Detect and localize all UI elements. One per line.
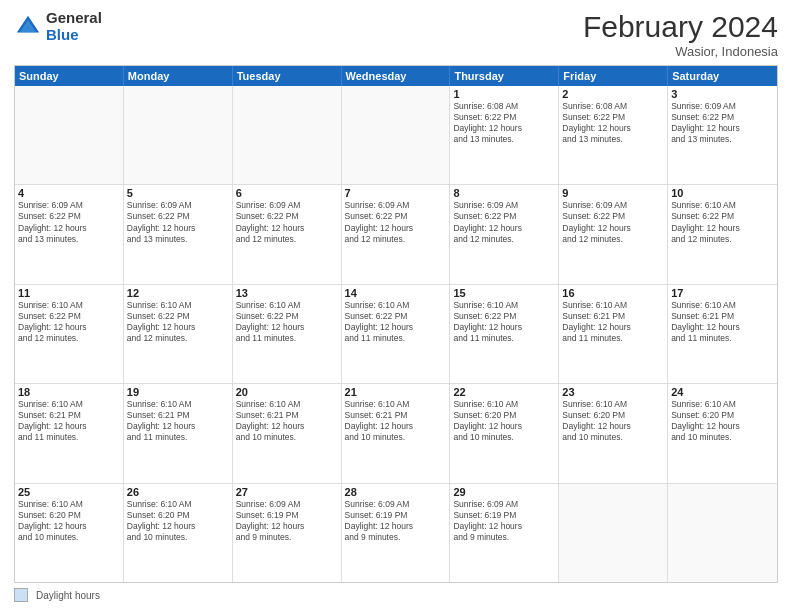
day-cell-5: 5Sunrise: 6:09 AM Sunset: 6:22 PM Daylig…	[124, 185, 233, 283]
day-info: Sunrise: 6:10 AM Sunset: 6:22 PM Dayligh…	[345, 300, 447, 344]
day-info: Sunrise: 6:10 AM Sunset: 6:22 PM Dayligh…	[18, 300, 120, 344]
day-cell-6: 6Sunrise: 6:09 AM Sunset: 6:22 PM Daylig…	[233, 185, 342, 283]
day-info: Sunrise: 6:10 AM Sunset: 6:22 PM Dayligh…	[453, 300, 555, 344]
empty-cell-0-0	[15, 86, 124, 184]
day-cell-2: 2Sunrise: 6:08 AM Sunset: 6:22 PM Daylig…	[559, 86, 668, 184]
day-number: 5	[127, 187, 229, 199]
day-info: Sunrise: 6:10 AM Sunset: 6:21 PM Dayligh…	[236, 399, 338, 443]
legend-label: Daylight hours	[36, 590, 100, 601]
day-info: Sunrise: 6:09 AM Sunset: 6:19 PM Dayligh…	[345, 499, 447, 543]
day-number: 13	[236, 287, 338, 299]
day-cell-22: 22Sunrise: 6:10 AM Sunset: 6:20 PM Dayli…	[450, 384, 559, 482]
day-cell-26: 26Sunrise: 6:10 AM Sunset: 6:20 PM Dayli…	[124, 484, 233, 582]
logo: General Blue	[14, 10, 102, 43]
logo-icon	[14, 13, 42, 41]
day-info: Sunrise: 6:09 AM Sunset: 6:19 PM Dayligh…	[236, 499, 338, 543]
day-info: Sunrise: 6:10 AM Sunset: 6:21 PM Dayligh…	[671, 300, 774, 344]
header-day-thursday: Thursday	[450, 66, 559, 86]
day-cell-3: 3Sunrise: 6:09 AM Sunset: 6:22 PM Daylig…	[668, 86, 777, 184]
day-cell-27: 27Sunrise: 6:09 AM Sunset: 6:19 PM Dayli…	[233, 484, 342, 582]
day-cell-11: 11Sunrise: 6:10 AM Sunset: 6:22 PM Dayli…	[15, 285, 124, 383]
calendar-header: SundayMondayTuesdayWednesdayThursdayFrid…	[15, 66, 777, 86]
day-cell-19: 19Sunrise: 6:10 AM Sunset: 6:21 PM Dayli…	[124, 384, 233, 482]
day-cell-18: 18Sunrise: 6:10 AM Sunset: 6:21 PM Dayli…	[15, 384, 124, 482]
day-info: Sunrise: 6:10 AM Sunset: 6:20 PM Dayligh…	[562, 399, 664, 443]
empty-cell-4-5	[559, 484, 668, 582]
legend-box	[14, 588, 28, 602]
empty-cell-0-3	[342, 86, 451, 184]
day-number: 21	[345, 386, 447, 398]
day-info: Sunrise: 6:09 AM Sunset: 6:22 PM Dayligh…	[345, 200, 447, 244]
empty-cell-0-1	[124, 86, 233, 184]
day-info: Sunrise: 6:09 AM Sunset: 6:19 PM Dayligh…	[453, 499, 555, 543]
day-number: 20	[236, 386, 338, 398]
day-number: 27	[236, 486, 338, 498]
title-block: February 2024 Wasior, Indonesia	[583, 10, 778, 59]
logo-blue-text: Blue	[46, 27, 102, 44]
day-info: Sunrise: 6:10 AM Sunset: 6:21 PM Dayligh…	[562, 300, 664, 344]
day-cell-8: 8Sunrise: 6:09 AM Sunset: 6:22 PM Daylig…	[450, 185, 559, 283]
day-info: Sunrise: 6:10 AM Sunset: 6:22 PM Dayligh…	[236, 300, 338, 344]
day-number: 10	[671, 187, 774, 199]
day-number: 2	[562, 88, 664, 100]
header-day-wednesday: Wednesday	[342, 66, 451, 86]
day-info: Sunrise: 6:09 AM Sunset: 6:22 PM Dayligh…	[671, 101, 774, 145]
calendar-body: 1Sunrise: 6:08 AM Sunset: 6:22 PM Daylig…	[15, 86, 777, 582]
day-info: Sunrise: 6:09 AM Sunset: 6:22 PM Dayligh…	[562, 200, 664, 244]
day-number: 17	[671, 287, 774, 299]
day-number: 26	[127, 486, 229, 498]
day-info: Sunrise: 6:09 AM Sunset: 6:22 PM Dayligh…	[127, 200, 229, 244]
footer: Daylight hours	[14, 588, 778, 602]
day-number: 29	[453, 486, 555, 498]
day-info: Sunrise: 6:10 AM Sunset: 6:21 PM Dayligh…	[18, 399, 120, 443]
calendar-row-4: 25Sunrise: 6:10 AM Sunset: 6:20 PM Dayli…	[15, 483, 777, 582]
calendar-row-1: 4Sunrise: 6:09 AM Sunset: 6:22 PM Daylig…	[15, 184, 777, 283]
day-number: 15	[453, 287, 555, 299]
day-number: 16	[562, 287, 664, 299]
day-info: Sunrise: 6:10 AM Sunset: 6:20 PM Dayligh…	[127, 499, 229, 543]
day-cell-21: 21Sunrise: 6:10 AM Sunset: 6:21 PM Dayli…	[342, 384, 451, 482]
day-info: Sunrise: 6:10 AM Sunset: 6:21 PM Dayligh…	[345, 399, 447, 443]
day-number: 19	[127, 386, 229, 398]
logo-text: General Blue	[46, 10, 102, 43]
day-number: 23	[562, 386, 664, 398]
day-cell-29: 29Sunrise: 6:09 AM Sunset: 6:19 PM Dayli…	[450, 484, 559, 582]
day-number: 28	[345, 486, 447, 498]
calendar-row-2: 11Sunrise: 6:10 AM Sunset: 6:22 PM Dayli…	[15, 284, 777, 383]
day-number: 22	[453, 386, 555, 398]
day-number: 1	[453, 88, 555, 100]
day-number: 14	[345, 287, 447, 299]
day-cell-24: 24Sunrise: 6:10 AM Sunset: 6:20 PM Dayli…	[668, 384, 777, 482]
day-number: 25	[18, 486, 120, 498]
day-number: 4	[18, 187, 120, 199]
day-cell-4: 4Sunrise: 6:09 AM Sunset: 6:22 PM Daylig…	[15, 185, 124, 283]
day-number: 9	[562, 187, 664, 199]
day-info: Sunrise: 6:09 AM Sunset: 6:22 PM Dayligh…	[18, 200, 120, 244]
page: General Blue February 2024 Wasior, Indon…	[0, 0, 792, 612]
day-cell-16: 16Sunrise: 6:10 AM Sunset: 6:21 PM Dayli…	[559, 285, 668, 383]
header: General Blue February 2024 Wasior, Indon…	[14, 10, 778, 59]
day-cell-13: 13Sunrise: 6:10 AM Sunset: 6:22 PM Dayli…	[233, 285, 342, 383]
day-info: Sunrise: 6:10 AM Sunset: 6:20 PM Dayligh…	[453, 399, 555, 443]
header-day-saturday: Saturday	[668, 66, 777, 86]
day-number: 24	[671, 386, 774, 398]
header-day-tuesday: Tuesday	[233, 66, 342, 86]
day-cell-23: 23Sunrise: 6:10 AM Sunset: 6:20 PM Dayli…	[559, 384, 668, 482]
day-cell-12: 12Sunrise: 6:10 AM Sunset: 6:22 PM Dayli…	[124, 285, 233, 383]
day-number: 11	[18, 287, 120, 299]
day-info: Sunrise: 6:10 AM Sunset: 6:22 PM Dayligh…	[127, 300, 229, 344]
day-cell-20: 20Sunrise: 6:10 AM Sunset: 6:21 PM Dayli…	[233, 384, 342, 482]
day-number: 6	[236, 187, 338, 199]
day-cell-10: 10Sunrise: 6:10 AM Sunset: 6:22 PM Dayli…	[668, 185, 777, 283]
day-cell-9: 9Sunrise: 6:09 AM Sunset: 6:22 PM Daylig…	[559, 185, 668, 283]
day-info: Sunrise: 6:10 AM Sunset: 6:22 PM Dayligh…	[671, 200, 774, 244]
day-number: 7	[345, 187, 447, 199]
day-number: 18	[18, 386, 120, 398]
header-day-monday: Monday	[124, 66, 233, 86]
calendar: SundayMondayTuesdayWednesdayThursdayFrid…	[14, 65, 778, 583]
day-cell-14: 14Sunrise: 6:10 AM Sunset: 6:22 PM Dayli…	[342, 285, 451, 383]
day-info: Sunrise: 6:10 AM Sunset: 6:20 PM Dayligh…	[18, 499, 120, 543]
day-info: Sunrise: 6:09 AM Sunset: 6:22 PM Dayligh…	[236, 200, 338, 244]
day-info: Sunrise: 6:10 AM Sunset: 6:20 PM Dayligh…	[671, 399, 774, 443]
day-cell-7: 7Sunrise: 6:09 AM Sunset: 6:22 PM Daylig…	[342, 185, 451, 283]
